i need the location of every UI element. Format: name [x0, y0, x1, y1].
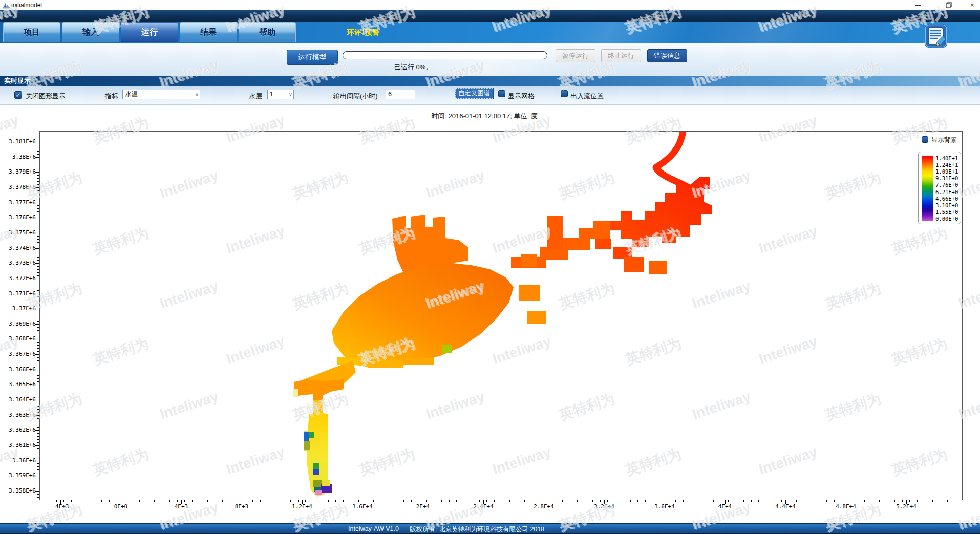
- ytick: [37, 151, 39, 152]
- ytick: [37, 178, 39, 179]
- show-grid-checkbox[interactable]: ✓: [498, 90, 505, 97]
- xtick: [849, 500, 849, 502]
- xtick: [464, 500, 464, 502]
- ytick: [37, 412, 39, 413]
- xtick: [121, 500, 121, 504]
- legend-value: 4.66E+0: [935, 196, 961, 202]
- xtick: [592, 500, 593, 502]
- custom-spectrum-button[interactable]: 自定义图谱: [455, 88, 493, 99]
- xtick: [396, 500, 396, 502]
- ytick: [37, 145, 39, 145]
- xtick: [728, 500, 729, 502]
- ribbon-tab-label[interactable]: 环评/预警: [347, 28, 380, 37]
- show-background-checkbox[interactable]: ✓: [922, 136, 928, 143]
- flow-position-checkbox[interactable]: ✓: [561, 90, 568, 97]
- xtick: [955, 500, 955, 502]
- ytick: [37, 421, 39, 421]
- xtick: [600, 500, 601, 502]
- xtick: [826, 500, 827, 502]
- ytick: [37, 266, 39, 267]
- ytick: [37, 184, 39, 185]
- ytick: [37, 381, 39, 382]
- ytick: [37, 403, 39, 403]
- restore-button[interactable]: [941, 0, 956, 10]
- xtick: [268, 500, 268, 502]
- ytick: [37, 427, 39, 428]
- menu-tab[interactable]: 帮助: [239, 22, 296, 42]
- ytick: [37, 236, 39, 237]
- ytick: [37, 242, 39, 243]
- layer-dropdown[interactable]: 1 ∨: [267, 90, 294, 99]
- minimize-button[interactable]: [910, 0, 926, 10]
- xtick: [532, 500, 532, 502]
- ytick: [37, 452, 39, 452]
- ytick: [37, 221, 39, 221]
- run-model-button[interactable]: 运行模型: [287, 50, 338, 65]
- close-graphic-checkbox[interactable]: ✓: [14, 91, 22, 99]
- xtick: [41, 500, 41, 502]
- menu-tab[interactable]: 项目: [3, 22, 60, 42]
- ytick: [37, 166, 39, 166]
- xtick: [200, 500, 200, 502]
- xtick: [721, 500, 721, 502]
- xtick: [389, 500, 389, 502]
- error-info-button[interactable]: 错误信息: [647, 49, 687, 62]
- ytick: [37, 397, 39, 397]
- ytick: [37, 351, 39, 352]
- xtick: [524, 500, 525, 502]
- xtick: [906, 500, 907, 504]
- layer-value: 1: [270, 91, 273, 98]
- ytick: [37, 448, 39, 449]
- close-button[interactable]: ×: [965, 0, 980, 10]
- ytick: [37, 388, 39, 388]
- xtick: [252, 500, 253, 502]
- y-label: 3.376E+6: [3, 214, 36, 221]
- ytick: [37, 321, 39, 322]
- xtick: [932, 500, 933, 502]
- xtick: [215, 500, 215, 502]
- terminate-run-button[interactable]: 终止运行: [601, 49, 641, 62]
- xtick: [94, 500, 94, 502]
- ytick: [37, 272, 39, 273]
- chevron-down-icon: ∨: [289, 90, 292, 99]
- ytick: [37, 348, 39, 349]
- xtick: [411, 500, 412, 502]
- xtick: [169, 500, 170, 502]
- ytick: [37, 406, 39, 407]
- ytick: [35, 218, 39, 218]
- ytick: [37, 290, 39, 291]
- xtick: [56, 500, 57, 502]
- menu-tab[interactable]: 运行: [121, 22, 178, 42]
- xtick: [184, 500, 185, 502]
- ytick: [37, 433, 39, 434]
- ytick: [35, 461, 39, 461]
- pause-run-button[interactable]: 暂停运行: [556, 49, 595, 62]
- y-label: 3.379E+6: [3, 168, 36, 175]
- ytick: [37, 497, 39, 498]
- app-version: Intelway-AW V1.0: [348, 525, 399, 532]
- ytick: [35, 354, 39, 355]
- y-label: 3.363E+6: [3, 412, 36, 418]
- status-bar: Intelway-AW V1.0 版权所有: 北京英特利为环境科技有限公司 20…: [0, 523, 980, 534]
- xtick: [555, 500, 555, 502]
- ytick: [37, 473, 39, 473]
- xtick: [691, 500, 691, 502]
- ytick: [37, 479, 39, 479]
- ytick: [35, 430, 39, 431]
- xtick: [373, 500, 374, 502]
- window-title: initialmodel: [11, 2, 42, 9]
- ytick: [37, 394, 39, 394]
- menu-tab[interactable]: 输入: [62, 22, 119, 42]
- menu-tab[interactable]: 结果: [180, 22, 237, 42]
- interval-input[interactable]: 6: [386, 90, 415, 99]
- run-toolbar-panel: [0, 43, 980, 76]
- report-edit-icon[interactable]: [922, 24, 950, 48]
- ytick: [37, 436, 39, 437]
- ytick: [37, 133, 39, 133]
- xtick: [63, 500, 64, 502]
- close-graphic-label: 关闭图形显示: [26, 92, 66, 101]
- xtick: [544, 500, 544, 504]
- ytick: [37, 488, 39, 488]
- ytick: [37, 148, 39, 148]
- indicator-dropdown[interactable]: 水温 ∨: [122, 90, 200, 99]
